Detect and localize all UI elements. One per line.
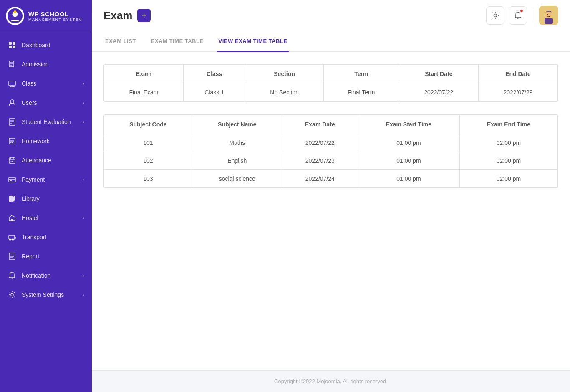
cell-exam-date: 2022/07/22 bbox=[282, 134, 358, 152]
svg-rect-4 bbox=[13, 42, 15, 45]
users-icon bbox=[8, 98, 17, 107]
summary-table: Exam Class Section Term Start Date End D… bbox=[104, 64, 558, 101]
evaluation-icon bbox=[8, 117, 17, 126]
col-header-subject-code: Subject Code bbox=[104, 115, 192, 134]
svg-rect-29 bbox=[10, 180, 12, 181]
sidebar-item-label: Hostel bbox=[22, 215, 38, 221]
table-row: Final Exam Class 1 No Section Final Term… bbox=[104, 83, 558, 101]
chevron-right-icon: › bbox=[83, 215, 84, 220]
sidebar-item-notification[interactable]: Notification › bbox=[0, 266, 92, 285]
table-row: 101 Maths 2022/07/22 01:00 pm 02:00 pm bbox=[104, 134, 558, 152]
cell-exam-end-time: 02:00 pm bbox=[459, 170, 557, 188]
sidebar-item-library[interactable]: Library bbox=[0, 189, 92, 208]
cell-subject-name: Maths bbox=[192, 134, 282, 152]
avatar[interactable] bbox=[539, 6, 558, 25]
header-divider bbox=[533, 8, 533, 23]
col-header-start-date: Start Date bbox=[399, 65, 478, 83]
cell-subject-name: English bbox=[192, 152, 282, 170]
library-icon bbox=[8, 194, 17, 203]
chevron-right-icon: › bbox=[83, 273, 84, 278]
cell-start-date: 2022/07/22 bbox=[399, 83, 478, 101]
cell-subject-code: 103 bbox=[104, 170, 192, 188]
sidebar-item-transport[interactable]: Transport bbox=[0, 228, 92, 247]
tab-exam-list[interactable]: EXAM LIST bbox=[103, 31, 138, 52]
sidebar-item-label: Student Evaluation bbox=[22, 119, 71, 125]
sidebar-item-label: Transport bbox=[22, 234, 46, 240]
add-button[interactable]: + bbox=[137, 9, 151, 22]
logo-text: WP SCHOOL MANAGEMENT SYSTEM bbox=[28, 10, 82, 22]
cell-exam-date: 2022/07/24 bbox=[282, 170, 358, 188]
table-row: 103 social science 2022/07/24 01:00 pm 0… bbox=[104, 170, 558, 188]
sidebar-item-student-evaluation[interactable]: Student Evaluation › bbox=[0, 112, 92, 132]
cell-exam-end-time: 02:00 pm bbox=[459, 134, 557, 152]
attendance-icon bbox=[8, 156, 17, 165]
sidebar-item-label: Homework bbox=[22, 138, 50, 144]
summary-table-wrapper: Exam Class Section Term Start Date End D… bbox=[103, 64, 558, 102]
payment-icon bbox=[8, 175, 17, 184]
sidebar-item-users[interactable]: Users › bbox=[0, 93, 92, 112]
sidebar-item-label: Admission bbox=[22, 61, 49, 68]
cell-end-date: 2022/07/29 bbox=[478, 83, 557, 101]
cell-exam-date: 2022/07/23 bbox=[282, 152, 358, 170]
notification-badge bbox=[520, 9, 523, 13]
plus-icon: + bbox=[142, 11, 147, 20]
cell-exam-start-time: 01:00 pm bbox=[358, 152, 459, 170]
sidebar-item-label: Notification bbox=[22, 272, 50, 279]
detail-table: Subject Code Subject Name Exam Date Exam… bbox=[104, 115, 558, 188]
svg-point-15 bbox=[10, 100, 14, 103]
cell-term: Final Term bbox=[323, 83, 399, 101]
dashboard-icon bbox=[8, 40, 17, 50]
sidebar-nav: Dashboard Admission bbox=[0, 32, 92, 392]
chevron-right-icon: › bbox=[83, 100, 84, 105]
svg-point-44 bbox=[545, 11, 552, 18]
sidebar-logo[interactable]: WP SCHOOL MANAGEMENT SYSTEM bbox=[0, 0, 92, 32]
main-content: Exam + bbox=[92, 0, 570, 392]
sidebar-item-attendance[interactable]: Attendance bbox=[0, 151, 92, 170]
sidebar-item-label: Class bbox=[22, 80, 36, 87]
svg-point-45 bbox=[547, 14, 548, 15]
svg-rect-5 bbox=[9, 46, 12, 48]
sidebar-item-payment[interactable]: Payment › bbox=[0, 170, 92, 189]
settings-button[interactable] bbox=[486, 6, 504, 25]
svg-rect-20 bbox=[9, 138, 15, 144]
sidebar-item-dashboard[interactable]: Dashboard bbox=[0, 35, 92, 55]
header: Exam + bbox=[92, 0, 570, 31]
notification-button[interactable] bbox=[509, 6, 527, 25]
tab-exam-time-table[interactable]: EXAM TIME TABLE bbox=[149, 31, 205, 52]
cell-section: No Section bbox=[245, 83, 323, 101]
sidebar-item-label: Users bbox=[22, 99, 37, 106]
homework-icon bbox=[8, 137, 17, 146]
svg-rect-11 bbox=[9, 81, 15, 86]
sidebar-item-report[interactable]: Report bbox=[0, 247, 92, 266]
report-icon bbox=[8, 252, 17, 261]
sidebar-item-system-settings[interactable]: System Settings › bbox=[0, 285, 92, 304]
cell-exam-start-time: 01:00 pm bbox=[358, 134, 459, 152]
col-header-exam-end-time: Exam End Time bbox=[459, 115, 557, 134]
sidebar-item-label: Payment bbox=[22, 176, 45, 183]
content-area: Exam Class Section Term Start Date End D… bbox=[92, 52, 570, 370]
col-header-exam: Exam bbox=[104, 65, 184, 83]
col-header-class: Class bbox=[183, 65, 245, 83]
sidebar-item-class[interactable]: Class › bbox=[0, 74, 92, 93]
svg-point-46 bbox=[550, 14, 550, 15]
cell-exam-start-time: 01:00 pm bbox=[358, 170, 459, 188]
page-title: Exam bbox=[103, 9, 132, 22]
sidebar: WP SCHOOL MANAGEMENT SYSTEM Dashboard bbox=[0, 0, 92, 392]
svg-rect-32 bbox=[11, 219, 13, 221]
chevron-right-icon: › bbox=[83, 177, 84, 182]
sidebar-item-homework[interactable]: Homework bbox=[0, 132, 92, 151]
sidebar-item-hostel[interactable]: Hostel › bbox=[0, 208, 92, 228]
tabs-bar: EXAM LIST EXAM TIME TABLE VIEW EXAM TIME… bbox=[92, 31, 570, 52]
transport-icon bbox=[8, 233, 17, 242]
detail-table-wrapper: Subject Code Subject Name Exam Date Exam… bbox=[103, 114, 558, 188]
col-header-term: Term bbox=[323, 65, 399, 83]
sidebar-item-label: Attendance bbox=[22, 157, 51, 164]
svg-point-35 bbox=[12, 239, 14, 240]
cell-exam: Final Exam bbox=[104, 83, 184, 101]
hostel-icon bbox=[8, 213, 17, 223]
sidebar-item-label: System Settings bbox=[22, 291, 64, 298]
tab-view-exam-time-table[interactable]: VIEW EXAM TIME TABLE bbox=[217, 31, 289, 52]
sidebar-item-admission[interactable]: Admission bbox=[0, 55, 92, 74]
cell-subject-name: social science bbox=[192, 170, 282, 188]
sidebar-item-label: Report bbox=[22, 253, 39, 260]
